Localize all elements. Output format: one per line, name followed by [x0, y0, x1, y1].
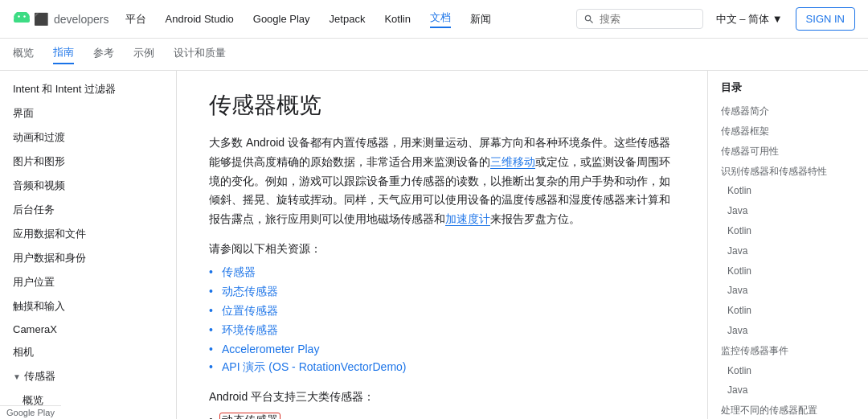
nav-kotlin[interactable]: Kotlin: [384, 13, 411, 25]
sidebar-item-user-data[interactable]: 用户数据和身份: [0, 246, 176, 270]
left-sidebar: Intent 和 Intent 过滤器 界面 动画和过渡 图片和图形 音频和视频…: [0, 71, 177, 419]
search-icon: [583, 14, 595, 25]
sidebar-item-camera[interactable]: 相机: [0, 340, 176, 364]
top-nav-right: 中文 – 简体 ▼ SIGN IN: [576, 7, 855, 31]
top-nav: ⬛ developers 平台 Android Studio Google Pl…: [0, 0, 868, 39]
chevron-down-icon: ▼: [13, 372, 21, 381]
tab-samples[interactable]: 示例: [133, 46, 154, 64]
sign-in-button[interactable]: SIGN IN: [796, 7, 855, 31]
resource-links-list: 传感器 动态传感器 位置传感器 环境传感器 Accelerometer Play…: [209, 263, 675, 377]
dynamic-sensors-section: • 动态传感器 这类传感器测量三轴向上的加速力和旋转力。这个类别中包含加速度计、…: [209, 411, 675, 419]
main-content: 传感器概览 大多数 Android 设备都有内置传感器，用来测量运动、屏幕方向和…: [177, 71, 707, 419]
resource-link-api-demo: API 演示 (OS - RotationVectorDemo): [209, 358, 675, 377]
toc-java-4[interactable]: Java: [708, 321, 868, 341]
main-layout: Intent 和 Intent 过滤器 界面 动画和过渡 图片和图形 音频和视频…: [0, 71, 868, 419]
sidebar-item-animation[interactable]: 动画和过渡: [0, 125, 176, 150]
sidebar-item-user-location[interactable]: 用户位置: [0, 270, 176, 294]
sidebar-item-background[interactable]: 后台任务: [0, 198, 176, 222]
toc-kotlin-5[interactable]: Kotlin: [708, 361, 868, 381]
svg-rect-2: [14, 18, 17, 23]
logo[interactable]: ⬛ developers: [13, 12, 109, 27]
right-toc: 目录 传感器简介 传感器框架 传感器可用性 识别传感器和传感器特性 Kotlin…: [707, 71, 868, 419]
sidebar-item-audio[interactable]: 音频和视频: [0, 174, 176, 198]
toc-java-2[interactable]: Java: [708, 241, 868, 261]
toc-kotlin-2[interactable]: Kotlin: [708, 221, 868, 241]
tab-overview[interactable]: 概览: [13, 46, 34, 64]
sidebar-item-images[interactable]: 图片和图形: [0, 150, 176, 174]
toc-sensor-availability[interactable]: 传感器可用性: [708, 142, 868, 162]
dynamic-sensors-title: 动态传感器: [219, 413, 280, 419]
sidebar-item-ui[interactable]: 界面: [0, 101, 176, 125]
sidebar-item-touch[interactable]: 触摸和输入: [0, 294, 176, 318]
nav-jetpack[interactable]: Jetpack: [330, 13, 366, 25]
search-input[interactable]: [600, 13, 696, 25]
tab-reference[interactable]: 参考: [93, 46, 114, 64]
toc-kotlin-3[interactable]: Kotlin: [708, 261, 868, 281]
link-dynamic-sensors[interactable]: 动态传感器: [222, 285, 278, 298]
nav-android-studio[interactable]: Android Studio: [166, 13, 234, 25]
svg-rect-1: [15, 16, 28, 23]
language-selector[interactable]: 中文 – 简体 ▼: [716, 12, 783, 27]
sidebar-item-app-data[interactable]: 应用数据和文件: [0, 222, 176, 246]
svg-rect-3: [27, 18, 30, 23]
toc-identify-sensors[interactable]: 识别传感器和传感器特性: [708, 162, 868, 182]
toc-monitor-events[interactable]: 监控传感器事件: [708, 341, 868, 361]
dynamic-sensors-para: • 动态传感器: [209, 411, 675, 419]
toc-java-3[interactable]: Java: [708, 281, 868, 301]
toc-kotlin-1[interactable]: Kotlin: [708, 181, 868, 201]
top-nav-links: 平台 Android Studio Google Play Jetpack Ko…: [125, 10, 576, 28]
toc-sensor-config[interactable]: 处理不同的传感器配置: [708, 401, 868, 419]
toc-java-1[interactable]: Java: [708, 201, 868, 221]
link-position-sensors[interactable]: 位置传感器: [222, 304, 278, 317]
logo-label: developers: [54, 13, 109, 26]
svg-point-5: [23, 15, 25, 17]
intro-link-accelerometer[interactable]: 加速度计: [445, 212, 490, 226]
resource-link-dynamic: 动态传感器: [209, 282, 675, 302]
sidebar-item-sensors[interactable]: ▼ 传感器: [0, 364, 176, 388]
intro-text-3: 来报告罗盘方位。: [490, 212, 580, 225]
resource-link-position: 位置传感器: [209, 302, 675, 321]
nav-google-play[interactable]: Google Play: [253, 13, 310, 25]
resources-label: 请参阅以下相关资源：: [209, 242, 675, 257]
support-label: Android 平台支持三大类传感器：: [209, 390, 675, 405]
nav-news[interactable]: 新闻: [470, 12, 491, 27]
svg-point-4: [18, 15, 19, 17]
resource-link-env: 环境传感器: [209, 321, 675, 340]
tab-design-quality[interactable]: 设计和质量: [174, 46, 226, 64]
sidebar-item-camerax[interactable]: CameraX: [0, 318, 176, 340]
toc-sensor-framework[interactable]: 传感器框架: [708, 121, 868, 142]
tab-guide[interactable]: 指南: [53, 45, 74, 64]
footer-google-play: Google Play: [0, 405, 61, 419]
link-env-sensors[interactable]: 环境传感器: [222, 323, 278, 336]
nav-docs[interactable]: 文档: [430, 10, 451, 28]
resource-link-accel-play: Accelerometer Play: [209, 340, 675, 358]
second-nav: 概览 指南 参考 示例 设计和质量: [0, 39, 868, 71]
resource-link-sensors: 传感器: [209, 263, 675, 282]
search-box[interactable]: [576, 9, 703, 29]
nav-platform[interactable]: 平台: [125, 12, 146, 27]
link-sensors[interactable]: 传感器: [222, 265, 256, 278]
toc-kotlin-4[interactable]: Kotlin: [708, 301, 868, 321]
link-accelerometer-play[interactable]: Accelerometer Play: [222, 343, 319, 355]
toc-java-5[interactable]: Java: [708, 380, 868, 401]
sidebar-item-intent[interactable]: Intent 和 Intent 过滤器: [0, 77, 176, 101]
link-api-demo[interactable]: API 演示 (OS - RotationVectorDemo): [222, 360, 407, 373]
page-title: 传感器概览: [209, 90, 675, 121]
intro-link-3d-motion[interactable]: 三维移动: [490, 155, 535, 169]
intro-paragraph: 大多数 Android 设备都有内置传感器，用来测量运动、屏幕方向和各种环境条件…: [209, 134, 675, 229]
toc-sensor-intro[interactable]: 传感器简介: [708, 101, 868, 121]
toc-title: 目录: [708, 77, 868, 98]
sidebar-sensors-label: 传感器: [24, 369, 55, 384]
logo-text: ⬛: [34, 12, 49, 27]
android-logo-icon: [13, 12, 31, 27]
